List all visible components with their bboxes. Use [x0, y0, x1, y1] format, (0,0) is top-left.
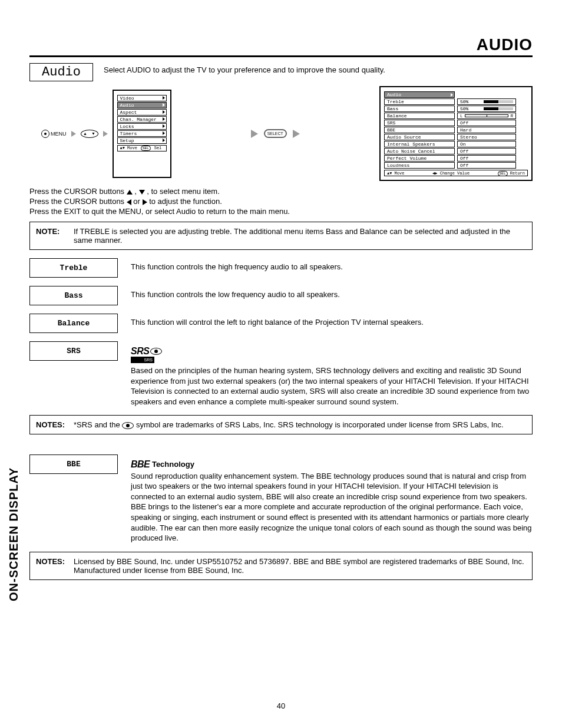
menu-icon — [41, 130, 49, 138]
osd-setting-row[interactable]: Bass50% — [384, 106, 528, 112]
osd-setting-value: LR — [457, 113, 516, 119]
menu-button-label: MENU — [41, 130, 67, 138]
func-desc-bass: This function controls the low frequency… — [131, 286, 533, 300]
osd-setting-row[interactable]: Auto Noise CancelOff — [384, 148, 528, 154]
osd-setting-row[interactable]: Perfect VolumeOff — [384, 155, 528, 162]
osd-setting-value: Off — [457, 148, 516, 154]
bbe-logo: BBE — [131, 458, 150, 471]
chevron-right-icon — [163, 103, 165, 107]
osd-footer: ▲▼ Move◀▶ Change ValueSEL Return — [384, 170, 528, 176]
arrow-icon — [251, 130, 258, 138]
srs-logo-text: SRS — [131, 345, 149, 358]
down-arrow-icon — [139, 190, 145, 195]
select-button: SELECT — [264, 129, 287, 138]
osd-menu-item[interactable]: Locks — [117, 123, 167, 130]
rocker-down-icon: ▼ — [91, 131, 95, 136]
osd-main-menu: VideoAudioAspectChan. ManagerLocksTimers… — [113, 90, 171, 178]
page-title: AUDIO — [29, 35, 533, 57]
osd-setting-label: Treble — [384, 98, 455, 105]
bbe-technology-label: Technology — [152, 460, 194, 469]
osd-title: Audio — [384, 91, 455, 98]
osd-menu-item[interactable]: Video — [117, 95, 167, 101]
instr-text: , to select menu item. — [147, 187, 220, 196]
note-label: NOTE: — [36, 227, 74, 245]
instr-text: Press the CURSOR buttons — [29, 187, 127, 196]
osd-setting-label: SRS — [384, 120, 455, 126]
notes-label: NOTES: — [36, 557, 74, 575]
chevron-right-icon — [163, 110, 165, 114]
func-label-bbe: BBE — [29, 454, 118, 474]
rocker-up-icon: ▲ — [83, 131, 87, 136]
osd-setting-value: Off — [457, 162, 516, 169]
osd-setting-value: Stereo — [457, 134, 516, 140]
osd-setting-label: BBE — [384, 127, 455, 133]
osd-menu-item[interactable]: Timers — [117, 130, 167, 137]
osd-audio-menu: AudioTreble50%Bass50%BalanceLRSRSOffBBEH… — [379, 86, 533, 181]
osd-footer: ▲▼ MoveSELSel — [117, 145, 167, 151]
chevron-right-icon — [451, 93, 453, 97]
instr-text: Press the EXIT to quit the MENU, or sele… — [29, 207, 533, 216]
instructions: Press the CURSOR buttons , , to select m… — [29, 187, 533, 216]
instr-text: Press the CURSOR buttons — [29, 197, 127, 206]
func-desc-balance: This function will control the left to r… — [131, 314, 533, 328]
func-label-treble: Treble — [29, 258, 118, 278]
notes-content: *SRS and the symbol are trademarks of SR… — [74, 420, 526, 429]
osd-setting-row[interactable]: BBEHard — [384, 127, 528, 133]
osd-setting-label: Auto Noise Cancel — [384, 148, 455, 154]
osd-setting-value: On — [457, 141, 516, 147]
osd-setting-value: Off — [457, 155, 516, 162]
func-desc-srs: SRS SRS Based on the principles of the h… — [131, 341, 533, 407]
notes-text: *SRS and the — [74, 420, 122, 429]
notes-bbe-box: NOTES: Licensed by BBE Sound, Inc. under… — [29, 552, 533, 580]
srs-eye-icon — [122, 422, 134, 429]
osd-setting-label: Loudness — [384, 162, 455, 169]
osd-setting-row[interactable]: Treble50% — [384, 98, 528, 105]
notes-label: NOTES: — [36, 420, 74, 429]
chevron-right-icon — [163, 131, 165, 135]
osd-menu-item[interactable]: Chan. Manager — [117, 116, 167, 123]
notes-srs-box: NOTES: *SRS and the symbol are trademark… — [29, 415, 533, 434]
osd-menu-item[interactable]: Aspect — [117, 109, 167, 116]
instr-text: to adjust the function. — [149, 197, 222, 206]
osd-setting-row[interactable]: Audio SourceStereo — [384, 134, 528, 140]
note-content: If TREBLE is selected you are adjusting … — [74, 227, 526, 245]
side-tab: ON-SCREEN DISPLAY — [7, 467, 21, 601]
func-desc-bbe: BBE Technology Sound reproduction qualit… — [131, 454, 533, 543]
osd-setting-label: Perfect Volume — [384, 155, 455, 162]
osd-setting-row[interactable]: LoudnessOff — [384, 162, 528, 169]
arrow-icon — [293, 130, 300, 138]
up-arrow-icon — [127, 190, 133, 195]
osd-setting-label: Balance — [384, 113, 455, 119]
right-arrow-icon — [143, 199, 147, 205]
left-arrow-icon — [127, 199, 131, 205]
rocker-button: ▲ ▼ — [81, 130, 98, 138]
instr-text: or — [133, 197, 142, 206]
osd-menu-item[interactable]: Setup — [117, 137, 167, 144]
audio-header-box: Audio — [29, 63, 93, 81]
osd-menu-item[interactable]: Audio — [117, 102, 167, 108]
intro-text: Select AUDIO to adjust the TV to your pr… — [104, 63, 385, 74]
srs-desc-text: Based on the principles of the human hea… — [131, 365, 533, 407]
func-desc-treble: This function controls the high frequenc… — [131, 258, 533, 272]
osd-setting-label: Internal Speakers — [384, 141, 455, 147]
chevron-right-icon — [163, 96, 165, 100]
note-box: NOTE: If TREBLE is selected you are adju… — [29, 222, 533, 250]
func-label-balance: Balance — [29, 314, 118, 333]
notes-text: symbol are trademarks of SRS Labs, Inc. … — [136, 420, 504, 429]
notes-content: Licensed by BBE Sound, Inc. under USP551… — [74, 557, 526, 575]
chevron-right-icon — [163, 124, 165, 128]
osd-setting-value: Hard — [457, 127, 516, 133]
func-label-srs: SRS — [29, 341, 118, 361]
osd-setting-value: 50% — [457, 98, 516, 105]
osd-setting-row[interactable]: SRSOff — [384, 120, 528, 126]
menu-text: MENU — [51, 131, 67, 137]
arrow-icon — [103, 131, 108, 137]
instr-text: , — [134, 187, 138, 196]
func-label-bass: Bass — [29, 286, 118, 305]
page-number: 40 — [0, 701, 562, 710]
osd-setting-row[interactable]: BalanceLR — [384, 113, 528, 119]
osd-setting-value: 50% — [457, 106, 516, 112]
osd-setting-row[interactable]: Internal SpeakersOn — [384, 141, 528, 147]
osd-setting-label: Bass — [384, 106, 455, 112]
osd-setting-label: Audio Source — [384, 134, 455, 140]
